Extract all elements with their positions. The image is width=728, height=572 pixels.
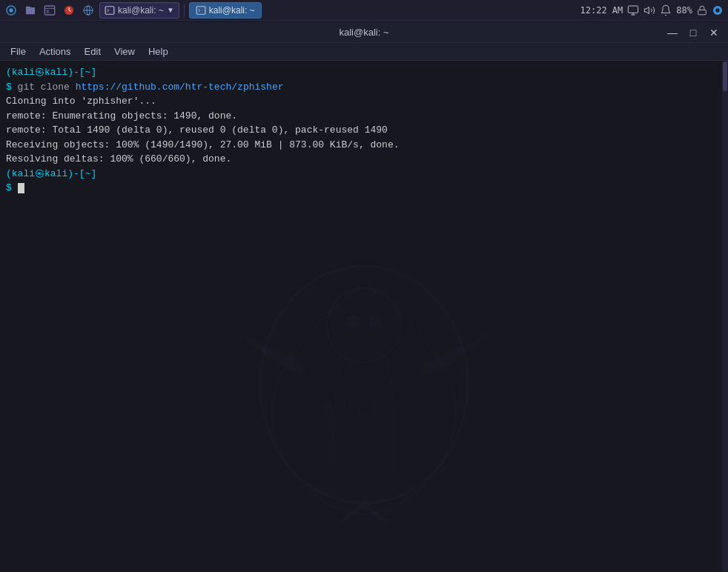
cmd1-git: git — [18, 82, 41, 93]
cmd1-clone: clone — [41, 82, 76, 93]
output-line-5: Resolving deltas: 100% (660/660), done. — [6, 153, 231, 164]
kali-logo-icon[interactable] — [3, 2, 19, 19]
scrollbar-thumb[interactable] — [723, 61, 727, 91]
monitor-icon — [627, 4, 639, 16]
output-line-3: remote: Total 1490 (delta 0), reused 0 (… — [6, 124, 388, 136]
kali-small-icon — [712, 4, 724, 16]
maximize-button[interactable]: □ — [684, 24, 703, 41]
terminal-line-3: remote: Total 1490 (delta 0), reused 0 (… — [6, 123, 722, 138]
terminal-tab-label: kali@kali: ~ — [209, 5, 255, 16]
security-icon[interactable] — [61, 2, 77, 19]
cmd1-url-display: https://github.com/htr-tech/zphisher — [76, 82, 284, 93]
menu-edit[interactable]: Edit — [79, 44, 107, 59]
svg-rect-5 — [105, 6, 114, 14]
taskbar-separator — [184, 4, 185, 17]
terminal-titlebar: kali@kali: ~ — □ ✕ — [0, 22, 728, 43]
terminal-line-1: Cloning into 'zphisher'... — [6, 94, 722, 109]
svg-text:KALI: KALI — [323, 396, 380, 419]
kali-watermark: KALI LINUX — [208, 244, 520, 528]
svg-point-11 — [260, 266, 468, 503]
close-button[interactable]: ✕ — [704, 24, 724, 41]
browser-icon[interactable] — [80, 2, 96, 19]
prompt2-user: (kali㉿kali)-[~] — [6, 168, 96, 179]
output-line-1: Cloning into 'zphisher'... — [6, 96, 156, 107]
terminal-line-prompt1: (kali㉿kali)-[~] — [6, 65, 722, 80]
output-line-4: Receiving objects: 100% (1490/1490), 27.… — [6, 139, 400, 150]
terminal-content[interactable]: KALI LINUX (kali㉿kali)-[~] $ git clone g… — [0, 61, 728, 572]
terminal-line-2: remote: Enumerating objects: 1490, done. — [6, 109, 722, 124]
terminal-cursor — [18, 183, 24, 193]
terminal-window: kali@kali: ~ — □ ✕ File Actions Edit Vie… — [0, 22, 728, 572]
terminal-output: (kali㉿kali)-[~] $ git clone git clone ht… — [6, 65, 722, 196]
taskbar: kali@kali: ~ ▼ kali@kali: ~ 12:22 AM — [0, 0, 728, 21]
taskbar-left: kali@kali: ~ ▼ kali@kali: ~ — [0, 0, 265, 20]
menu-file[interactable]: File — [4, 44, 32, 59]
prompt1-symbol: $ — [6, 82, 18, 93]
window-controls: — □ ✕ — [663, 24, 724, 41]
terminal-tab-active[interactable]: kali@kali: ~ — [189, 2, 262, 19]
svg-rect-2 — [46, 10, 49, 13]
svg-point-12 — [327, 288, 401, 362]
terminal-menubar: File Actions Edit View Help — [0, 43, 728, 61]
taskbar-right: 12:22 AM 88% — [580, 4, 728, 16]
terminal-window-title: kali@kali: ~ — [339, 27, 388, 38]
terminal-dropdown-btn[interactable]: kali@kali: ~ ▼ — [99, 2, 179, 19]
dropdown-arrow: ▼ — [167, 6, 174, 14]
svg-rect-8 — [698, 10, 707, 14]
clock: 12:22 AM — [580, 5, 623, 16]
svg-point-13 — [347, 316, 359, 327]
menu-actions[interactable]: Actions — [33, 44, 77, 59]
prompt1-user: (kali㉿kali)-[~] — [6, 67, 96, 78]
terminal-line-cmd1: $ git clone git clone https://github.com… — [6, 80, 722, 95]
output-line-2: remote: Enumerating objects: 1490, done. — [6, 110, 237, 122]
prompt2-symbol: $ — [6, 182, 18, 193]
lock-icon — [697, 5, 707, 16]
svg-text:LINUX: LINUX — [308, 428, 344, 439]
svg-point-14 — [369, 316, 381, 327]
terminal-line-cursor: $ — [6, 181, 722, 196]
svg-rect-1 — [44, 6, 54, 15]
terminal-line-5: Resolving deltas: 100% (660/660), done. — [6, 152, 722, 167]
terminal-line-prompt2: (kali㉿kali)-[~] — [6, 167, 722, 182]
minimize-button[interactable]: — — [663, 24, 682, 41]
notifications-icon — [660, 4, 672, 16]
svg-point-0 — [9, 8, 13, 12]
terminal-scrollbar[interactable] — [722, 61, 728, 572]
terminal-line-4: Receiving objects: 100% (1490/1490), 27.… — [6, 138, 722, 153]
menu-view[interactable]: View — [108, 44, 141, 59]
svg-rect-7 — [629, 6, 638, 13]
speaker-icon — [643, 4, 655, 16]
file-manager-icon[interactable] — [42, 2, 58, 19]
files-icon[interactable] — [22, 2, 39, 19]
terminal-btn-label: kali@kali: ~ — [118, 5, 164, 16]
battery-level: 88% — [676, 5, 692, 16]
svg-rect-6 — [196, 6, 205, 14]
svg-point-10 — [715, 8, 719, 12]
menu-help[interactable]: Help — [142, 44, 174, 59]
